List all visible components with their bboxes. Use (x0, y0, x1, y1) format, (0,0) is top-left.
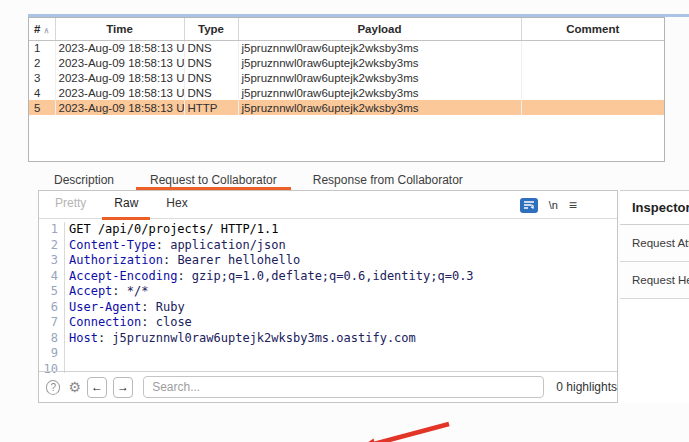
line-number: 9 (39, 346, 65, 362)
column-label: Payload (357, 23, 401, 35)
cell-comment (521, 70, 664, 85)
inspector-section-request-attributes[interactable]: Request Attributes (620, 225, 689, 262)
subtab-hex[interactable]: Hex (154, 190, 199, 220)
subtab-pretty[interactable]: Pretty (43, 190, 98, 220)
line-content: GET /api/0/projects/ HTTP/1.1 (65, 222, 279, 238)
column-header-Payload[interactable]: Payload (238, 18, 521, 40)
column-header-Time[interactable]: Time (55, 18, 184, 40)
code-line: 1GET /api/0/projects/ HTTP/1.1 (39, 222, 617, 238)
line-number: 6 (39, 300, 65, 316)
line-content (65, 346, 69, 362)
cell-comment (521, 100, 664, 115)
next-match-button[interactable]: → (113, 377, 133, 398)
cell-payload: j5pruznnwl0raw6uptejk2wksby3ms (238, 70, 521, 85)
cell-payload: j5pruznnwl0raw6uptejk2wksby3ms (238, 100, 521, 115)
help-icon[interactable]: ? (46, 380, 60, 395)
show-newlines-toggle[interactable]: \n (549, 199, 558, 211)
sort-ascending-icon: ∧ (43, 26, 49, 35)
cell-time: 2023-Aug-09 18:58:13 UTC (55, 40, 184, 55)
column-label: Comment (566, 23, 619, 35)
code-line: 8Host: j5pruznnwl0raw6uptejk2wksby3ms.oa… (39, 331, 617, 347)
cell-num: 5 (29, 100, 55, 115)
message-tabs: DescriptionRequest to CollaboratorRespon… (40, 170, 477, 190)
code-line: 9 (39, 346, 617, 362)
cell-payload: j5pruznnwl0raw6uptejk2wksby3ms (238, 85, 521, 100)
line-number: 1 (39, 222, 65, 238)
line-content: Accept: */* (65, 284, 149, 300)
cell-type: DNS (184, 70, 238, 85)
column-label: # (34, 23, 40, 35)
line-content: Accept-Encoding: gzip;q=1.0,deflate;q=0.… (65, 269, 474, 285)
cell-type: DNS (184, 40, 238, 55)
editor-search-toolbar: ? ⚙ ← → 0 highlights (39, 371, 617, 402)
cell-payload: j5pruznnwl0raw6uptejk2wksby3ms (238, 40, 521, 55)
table-row[interactable]: 52023-Aug-09 18:58:13 UTCHTTPj5pruznnwl0… (29, 100, 664, 115)
search-input[interactable] (143, 376, 544, 398)
line-content: Content-Type: application/json (65, 238, 286, 254)
line-number: 2 (39, 238, 65, 254)
column-header-#[interactable]: #∧ (29, 18, 55, 40)
cell-comment (521, 40, 664, 55)
cell-type: HTTP (184, 100, 238, 115)
table-row[interactable]: 32023-Aug-09 18:58:13 UTCDNSj5pruznnwl0r… (29, 70, 664, 85)
inspector-title: Inspector (620, 191, 689, 225)
request-editor-panel: PrettyRawHex \n ≡ 1GET /api/0/projects/ … (38, 190, 618, 403)
column-label: Time (106, 23, 133, 35)
cell-time: 2023-Aug-09 18:58:13 UTC (55, 85, 184, 100)
cell-comment (521, 85, 664, 100)
subtab-raw[interactable]: Raw (102, 190, 150, 220)
line-content: User-Agent: Ruby (65, 300, 185, 316)
cell-time: 2023-Aug-09 18:58:13 UTC (55, 55, 184, 70)
line-content: Connection: close (65, 315, 192, 331)
tab-description[interactable]: Description (40, 170, 128, 190)
previous-match-button[interactable]: ← (87, 377, 107, 398)
raw-request-view[interactable]: 1GET /api/0/projects/ HTTP/1.12Content-T… (39, 219, 617, 373)
code-line: 3Authorization: Bearer hellohello (39, 253, 617, 269)
column-header-Type[interactable]: Type (184, 18, 238, 40)
line-number: 3 (39, 253, 65, 269)
annotation-arrow (347, 415, 457, 442)
editor-subtab-icons: \n ≡ (520, 191, 577, 219)
cell-time: 2023-Aug-09 18:58:13 UTC (55, 70, 184, 85)
cell-type: DNS (184, 55, 238, 70)
cell-num: 1 (29, 40, 55, 55)
collaborator-interactions-table: #∧TimeTypePayloadComment 12023-Aug-09 18… (28, 17, 665, 162)
cell-type: DNS (184, 85, 238, 100)
column-label: Type (198, 23, 224, 35)
cell-payload: j5pruznnwl0raw6uptejk2wksby3ms (238, 55, 521, 70)
highlights-count: 0 highlights (556, 380, 617, 394)
line-content: Host: j5pruznnwl0raw6uptejk2wksby3ms.oas… (65, 331, 416, 347)
code-line: 6User-Agent: Ruby (39, 300, 617, 316)
inspector-section-request-headers[interactable]: Request Headers (620, 262, 689, 299)
cell-time: 2023-Aug-09 18:58:13 UTC (55, 100, 184, 115)
tab-request-to-collaborator[interactable]: Request to Collaborator (136, 170, 291, 190)
cell-num: 2 (29, 55, 55, 70)
cell-num: 3 (29, 70, 55, 85)
line-number: 5 (39, 284, 65, 300)
inspector-panel: Inspector Request AttributesRequest Head… (620, 190, 689, 403)
line-content: Authorization: Bearer hellohello (65, 253, 300, 269)
word-wrap-icon[interactable] (520, 198, 538, 213)
code-line: 7Connection: close (39, 315, 617, 331)
settings-gear-icon[interactable]: ⚙ (68, 379, 81, 395)
line-number: 7 (39, 315, 65, 331)
code-line: 4Accept-Encoding: gzip;q=1.0,deflate;q=0… (39, 269, 617, 285)
table-row[interactable]: 12023-Aug-09 18:58:13 UTCDNSj5pruznnwl0r… (29, 40, 664, 55)
cell-comment (521, 55, 664, 70)
line-number: 8 (39, 331, 65, 347)
code-line: 2Content-Type: application/json (39, 238, 617, 254)
cell-num: 4 (29, 85, 55, 100)
tab-response-from-collaborator[interactable]: Response from Collaborator (299, 170, 477, 190)
column-header-Comment[interactable]: Comment (521, 18, 664, 40)
code-line: 5Accept: */* (39, 284, 617, 300)
line-number: 4 (39, 269, 65, 285)
editor-menu-icon[interactable]: ≡ (569, 197, 577, 213)
table-row[interactable]: 22023-Aug-09 18:58:13 UTCDNSj5pruznnwl0r… (29, 55, 664, 70)
table-header-row: #∧TimeTypePayloadComment (29, 18, 664, 40)
table-row[interactable]: 42023-Aug-09 18:58:13 UTCDNSj5pruznnwl0r… (29, 85, 664, 100)
